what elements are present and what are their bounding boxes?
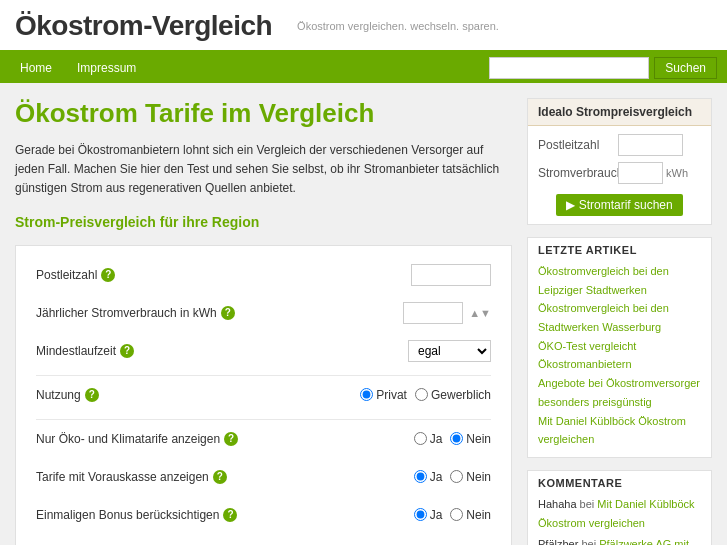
oeko-help-icon[interactable]: ? [224, 432, 238, 446]
content-area: Ökostrom Tarife im Vergleich Gerade bei … [15, 98, 512, 545]
sidebar-link[interactable]: Ökostromvergleich bei den Leipziger Stad… [538, 262, 701, 299]
bonus-nein-radio[interactable] [450, 508, 463, 521]
kommentare-box: KOMMENTARE Hahaha bei Mit Daniel Küblböc… [527, 470, 712, 545]
bonus-row: Einmaligen Bonus berücksichtigen ? Ja Ne… [36, 501, 491, 529]
stromverbrauch-help-icon[interactable]: ? [221, 306, 235, 320]
bonus-control: Ja Nein [414, 508, 491, 522]
postleitzahl-input[interactable] [411, 264, 491, 286]
site-title: Ökostrom-Vergleich [15, 10, 272, 42]
sidebar-link[interactable]: Ökostromvergleich bei den Stadtwerken Wa… [538, 299, 701, 336]
stromverbrauch-unit: ▲▼ [469, 307, 491, 319]
nav-impressum[interactable]: Impressum [67, 56, 146, 80]
nutzung-gewerblich-radio[interactable] [415, 388, 428, 401]
kommentare-title: KOMMENTARE [528, 471, 711, 492]
oeko-nein-radio[interactable] [450, 432, 463, 445]
oeko-ja-radio[interactable] [414, 432, 427, 445]
comment-entry: Pfälzber bei Pfälzwerke AG mit GSL-Label [538, 535, 701, 545]
bonus-nein-option[interactable]: Nein [450, 508, 491, 522]
nutzung-control: Privat Gewerblich [360, 388, 491, 402]
letzte-artikel-box: LETZTE ARTIKEL Ökostromvergleich bei den… [527, 237, 712, 458]
bonus-ja-radio[interactable] [414, 508, 427, 521]
vorauskasse-help-icon[interactable]: ? [213, 470, 227, 484]
kommentare-content: Hahaha bei Mit Daniel Küblböck Ökostrom … [528, 492, 711, 545]
navbar: Home Impressum Suchen [0, 53, 727, 83]
stromverbrauch-control: 4000 ▲▼ [403, 302, 491, 324]
vorauskasse-ja-option[interactable]: Ja [414, 470, 443, 484]
nav-home[interactable]: Home [10, 56, 62, 80]
vorauskasse-nein-radio[interactable] [450, 470, 463, 483]
mindestlaufzeit-control: egal 1 Monat 3 Monate 6 Monate 1 Jahr 2 … [408, 340, 491, 362]
comment-entry: Hahaha bei Mit Daniel Küblböck Ökostrom … [538, 495, 701, 532]
strompreisvergleich-box: Idealo Strompreisvergleich Postleitzahl … [527, 98, 712, 225]
search-input[interactable] [489, 57, 649, 79]
divider2 [36, 419, 491, 420]
vorauskasse-control: Ja Nein [414, 470, 491, 484]
divider [36, 375, 491, 376]
region-heading: Strom-Preisvergleich für ihre Region [15, 214, 512, 230]
mindestlaufzeit-label: Mindestlaufzeit ? [36, 344, 408, 358]
nutzung-gewerblich-option[interactable]: Gewerblich [415, 388, 491, 402]
sidebar-link[interactable]: Mit Daniel Küblböck Ökostrom vergleichen [538, 412, 701, 449]
letzte-artikel-links: Ökostromvergleich bei den Leipziger Stad… [528, 259, 711, 457]
nutzung-row: Nutzung ? Privat Gewerblich [36, 381, 491, 409]
postleitzahl-label: Postleitzahl ? [36, 268, 411, 282]
comment-user: Pfälzber [538, 538, 578, 545]
vorauskasse-row: Tarife mit Vorauskasse anzeigen ? Ja Nei… [36, 463, 491, 491]
sidebar-link[interactable]: ÖKO-Test vergleicht Ökostromanbietern [538, 337, 701, 374]
oeko-row: Nur Öko- und Klimatarife anzeigen ? Ja N… [36, 425, 491, 453]
sidebar-link[interactable]: Angebote bei Ökostromversorger besonders… [538, 374, 701, 411]
bonus-ja-option[interactable]: Ja [414, 508, 443, 522]
postleitzahl-control [411, 264, 491, 286]
kaution-row: Tarife mit Kaution/Sonderabschlag anzeig… [36, 539, 491, 545]
sidebar-postleitzahl-label: Postleitzahl [538, 138, 618, 152]
oeko-nein-option[interactable]: Nein [450, 432, 491, 446]
site-tagline: Ökostrom vergleichen. wechseln. sparen. [297, 20, 499, 32]
mindestlaufzeit-row: Mindestlaufzeit ? egal 1 Monat 3 Monate … [36, 337, 491, 365]
sidebar-postleitzahl-input[interactable] [618, 134, 683, 156]
vorauskasse-label: Tarife mit Vorauskasse anzeigen ? [36, 470, 414, 484]
strompreisvergleich-title: Idealo Strompreisvergleich [528, 99, 711, 126]
stromverbrauch-row: Jährlicher Stromverbrauch in kWh ? 4000 … [36, 299, 491, 327]
oeko-control: Ja Nein [414, 432, 491, 446]
mindestlaufzeit-select[interactable]: egal 1 Monat 3 Monate 6 Monate 1 Jahr 2 … [408, 340, 491, 362]
sidebar-stromverbrauch-input[interactable]: 4000 [618, 162, 663, 184]
search-button[interactable]: Suchen [654, 57, 717, 79]
oeko-ja-option[interactable]: Ja [414, 432, 443, 446]
comment-user: Hahaha [538, 498, 577, 510]
page-title: Ökostrom Tarife im Vergleich [15, 98, 512, 129]
main-layout: Ökostrom Tarife im Vergleich Gerade bei … [0, 83, 727, 545]
stromverbrauch-input[interactable]: 4000 [403, 302, 463, 324]
postleitzahl-help-icon[interactable]: ? [101, 268, 115, 282]
strompreisvergleich-content: Postleitzahl Stromverbrauch 4000 kWh ▶ S… [528, 126, 711, 224]
sidebar: Idealo Strompreisvergleich Postleitzahl … [527, 98, 712, 545]
vorauskasse-ja-radio[interactable] [414, 470, 427, 483]
bonus-label: Einmaligen Bonus berücksichtigen ? [36, 508, 414, 522]
letzte-artikel-title: LETZTE ARTIKEL [528, 238, 711, 259]
stromverbrauch-label: Jährlicher Stromverbrauch in kWh ? [36, 306, 403, 320]
bonus-help-icon[interactable]: ? [223, 508, 237, 522]
search-area: Suchen [489, 57, 717, 79]
nutzung-label: Nutzung ? [36, 388, 360, 402]
site-header: Ökostrom-Vergleich Ökostrom vergleichen.… [0, 0, 727, 53]
intro-text: Gerade bei Ökostromanbietern lohnt sich … [15, 141, 512, 199]
nutzung-privat-option[interactable]: Privat [360, 388, 407, 402]
vorauskasse-nein-option[interactable]: Nein [450, 470, 491, 484]
sidebar-stromverbrauch-row: Stromverbrauch 4000 kWh [538, 162, 701, 184]
mindestlaufzeit-help-icon[interactable]: ? [120, 344, 134, 358]
sidebar-stromverbrauch-unit: kWh [666, 167, 688, 179]
comparison-form: Postleitzahl ? Jährlicher Stromverbrauch… [15, 245, 512, 545]
sidebar-postleitzahl-row: Postleitzahl [538, 134, 701, 156]
nutzung-privat-radio[interactable] [360, 388, 373, 401]
sidebar-search-button[interactable]: ▶ Stromtarif suchen [556, 194, 682, 216]
sidebar-stromverbrauch-label: Stromverbrauch [538, 166, 618, 180]
postleitzahl-row: Postleitzahl ? [36, 261, 491, 289]
oeko-label: Nur Öko- und Klimatarife anzeigen ? [36, 432, 414, 446]
nutzung-help-icon[interactable]: ? [85, 388, 99, 402]
